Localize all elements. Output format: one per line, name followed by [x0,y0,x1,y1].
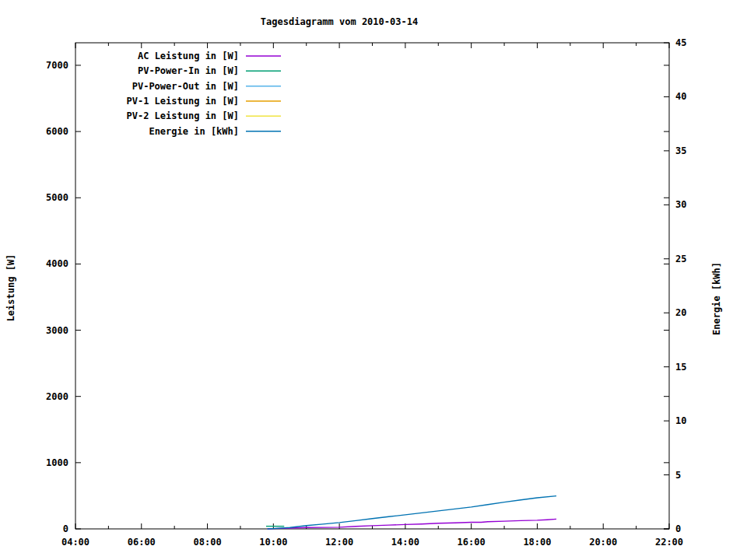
y1-tick-label: 1000 [46,457,68,468]
y2-tick-label: 0 [675,523,681,534]
legend-label-pv-power-out: PV-Power-Out in [W] [132,81,239,92]
y1-tick-label: 4000 [46,258,68,269]
series-line-ac-leistung [268,519,556,529]
y2-tick-label: 5 [675,470,681,481]
x-tick-label: 06:00 [128,537,156,548]
x-tick-label: 14:00 [391,537,419,548]
x-tick-label: 20:00 [589,537,617,548]
y1-tick-label: 5000 [46,192,68,203]
y2-tick-label: 20 [675,307,686,318]
y1-tick-label: 6000 [46,126,68,137]
x-tick-label: 08:00 [193,537,221,548]
legend-label-pv-1-leistung: PV-1 Leistung in [W] [127,96,240,107]
x-tick-label: 12:00 [325,537,353,548]
x-tick-label: 22:00 [655,537,683,548]
x-tick-label: 04:00 [61,537,89,548]
legend-label-ac-leistung: AC Leistung in [W] [138,51,239,61]
chart-canvas: Tagesdiagramm vom 2010-03-14 Leistung [W… [0,0,747,560]
y1-tick-label: 0 [63,523,68,534]
legend-label-pv-power-in: PV-Power-In in [W] [138,65,239,76]
y2-tick-label: 35 [675,145,686,156]
y1-tick-label: 3000 [46,325,68,336]
y2-tick-label: 25 [675,254,686,264]
y2-tick-label: 40 [675,91,686,102]
legend-label-pv-2-leistung: PV-2 Leistung in [W] [127,110,240,121]
y2-tick-label: 10 [675,415,686,426]
x-tick-label: 10:00 [259,537,287,548]
y1-tick-label: 2000 [46,391,68,402]
y2-tick-label: 30 [675,199,686,210]
x-tick-label: 18:00 [523,537,551,548]
x-tick-label: 16:00 [458,537,486,548]
plot-area-svg: 04:0006:0008:0010:0012:0014:0016:0018:00… [0,0,747,560]
legend-label-energie: Energie in [kWh] [149,126,239,137]
y1-tick-label: 7000 [46,60,68,71]
y2-tick-label: 45 [675,37,686,48]
y2-tick-label: 15 [675,362,686,373]
